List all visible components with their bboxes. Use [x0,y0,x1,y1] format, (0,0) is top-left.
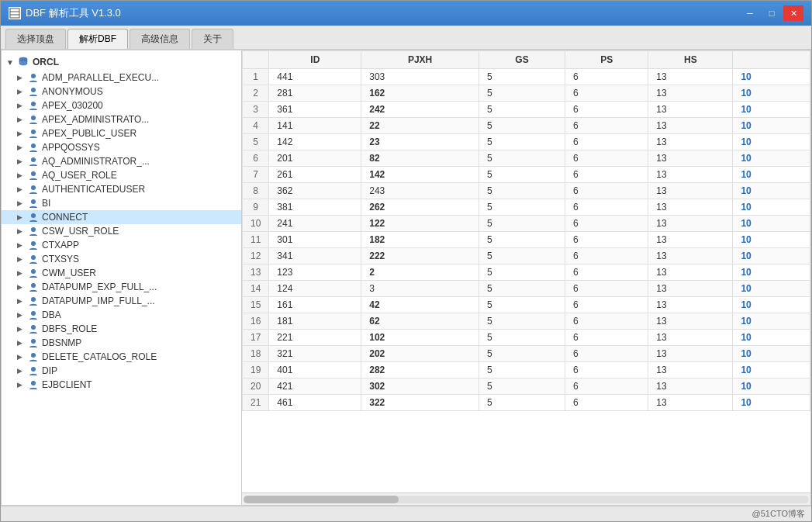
expand-arrow-icon[interactable]: ▶ [17,297,25,305]
tree-item[interactable]: ▶ DIP [2,364,241,378]
tree-item[interactable]: ▶ BI [2,196,241,210]
tree-item[interactable]: ▶ CSW_USR_ROLE [2,224,241,238]
svg-point-17 [31,255,36,260]
restore-button[interactable]: □ [762,5,782,21]
expand-arrow-icon[interactable]: ▶ [17,199,25,207]
tree-item[interactable]: ▶ CWM_USER [2,266,241,280]
expand-arrow-icon[interactable]: ▶ [17,74,25,81]
tree-item-label: EJBCLIENT [42,379,92,390]
svg-point-19 [31,283,36,288]
tree-items-container: ▶ ADM_PARALLEL_EXECU...▶ ANONYMOUS▶ APEX… [2,71,241,392]
expand-arrow-icon[interactable]: ▶ [17,157,25,165]
cell-gs: 5 [479,102,565,118]
cell-hs: 13 [648,85,733,102]
expand-arrow-icon[interactable]: ▶ [17,171,25,179]
expand-arrow-icon[interactable]: ▶ [17,102,25,109]
cell-extra: 10 [733,264,810,281]
table-row[interactable]: 11301182561310 [243,232,810,248]
tab-about[interactable]: 关于 [192,29,233,49]
tree-item[interactable]: ▶ DBSNMP [2,336,241,350]
tree-item[interactable]: ▶ AUTHENTICATEDUSER [2,182,241,196]
tree-item[interactable]: ▶ APEX_PUBLIC_USER [2,126,241,140]
svg-point-6 [31,102,36,106]
expand-arrow-icon[interactable]: ▶ [17,88,25,95]
table-row[interactable]: 2281162561310 [243,85,810,102]
expand-arrow-icon[interactable]: ▶ [17,255,25,263]
tree-item[interactable]: ▶ APPQOSSYS [2,140,241,154]
table-row[interactable]: 7261142561310 [243,167,810,183]
table-row[interactable]: 1618162561310 [243,313,810,330]
h-scrollbar-track[interactable] [244,496,809,503]
tree-area[interactable]: ▼ ORCL ▶ ADM_PARALLEL_EXECU...▶ ANO [2,50,241,505]
tree-item[interactable]: ▶ ADM_PARALLEL_EXECU... [2,71,241,85]
cell-extra: 10 [733,330,810,346]
close-button[interactable]: ✕ [783,5,803,21]
table-row[interactable]: 414122561310 [243,118,810,134]
tree-item[interactable]: ▶ DBFS_ROLE [2,322,241,336]
table-row[interactable]: 1441303561310 [243,69,810,85]
table-row[interactable]: 18321202561310 [243,346,810,362]
expand-arrow-icon[interactable]: ▶ [17,130,25,137]
tree-item[interactable]: ▶ APEX_ADMINISTRATO... [2,112,241,126]
tree-item[interactable]: ▶ ANONYMOUS [2,85,241,99]
table-row[interactable]: 12341222561310 [243,248,810,264]
cell-gs: 5 [479,167,565,183]
expand-arrow-icon[interactable]: ▶ [17,283,25,291]
expand-arrow-icon[interactable]: ▶ [17,367,25,375]
cell-extra: 10 [733,248,810,264]
table-row[interactable]: 17221102561310 [243,330,810,346]
table-row[interactable]: 141243561310 [243,281,810,297]
expand-arrow-icon[interactable]: ▶ [17,311,25,319]
table-row[interactable]: 19401282561310 [243,362,810,379]
cell-hs: 13 [648,330,733,346]
tab-parse-dbf[interactable]: 解析DBF [67,29,128,49]
data-table-wrapper[interactable]: ID PJXH GS PS HS 14413035613102281162561… [242,50,810,493]
table-row[interactable]: 21461322561310 [243,395,810,411]
tab-advanced-info[interactable]: 高级信息 [130,29,190,49]
cell-extra: 10 [733,167,810,183]
table-row[interactable]: 514223561310 [243,134,810,150]
h-scrollbar-thumb[interactable] [244,496,399,503]
expand-arrow-icon[interactable]: ▶ [17,143,25,151]
expand-arrow-icon[interactable]: ▶ [17,325,25,333]
minimize-button[interactable]: ─ [740,5,760,21]
table-row[interactable]: 9381262561310 [243,199,810,216]
expand-arrow-icon[interactable]: ▶ [17,185,25,193]
tree-item[interactable]: ▶ DATAPUMP_EXP_FULL_... [2,280,241,294]
expand-arrow-icon[interactable]: ▶ [17,116,25,123]
table-row[interactable]: 10241122561310 [243,216,810,232]
expand-arrow-icon[interactable]: ▶ [17,381,25,389]
h-scrollbar-area[interactable] [242,493,810,505]
expand-arrow-icon[interactable]: ▶ [17,269,25,277]
tree-root[interactable]: ▼ ORCL [2,54,241,71]
tree-item[interactable]: ▶ CTXAPP [2,238,241,252]
expand-arrow-icon[interactable]: ▶ [17,241,25,249]
collapse-icon[interactable]: ▼ [6,58,14,67]
user-icon [28,226,39,237]
tree-item[interactable]: ▶ APEX_030200 [2,99,241,112]
expand-arrow-icon[interactable]: ▶ [17,339,25,347]
user-icon [28,323,39,334]
table-row[interactable]: 1516142561310 [243,297,810,313]
tree-item[interactable]: ▶ DELETE_CATALOG_ROLE [2,350,241,364]
tree-item[interactable]: ▶ EJBCLIENT [2,378,241,392]
table-row[interactable]: 3361242561310 [243,102,810,118]
cell-pjxh: 142 [361,167,479,183]
table-row[interactable]: 131232561310 [243,264,810,281]
table-row[interactable]: 20421302561310 [243,379,810,395]
cell-extra: 10 [733,313,810,330]
tab-select-disk[interactable]: 选择顶盘 [5,29,66,49]
tree-item[interactable]: ▶ CTXSYS [2,252,241,266]
tree-item-label: DBSNMP [42,337,81,348]
expand-arrow-icon[interactable]: ▶ [17,227,25,235]
user-icon [28,100,39,111]
tree-item[interactable]: ▶ DATAPUMP_IMP_FULL_... [2,294,241,308]
expand-arrow-icon[interactable]: ▶ [17,353,25,361]
tree-item[interactable]: ▶ DBA [2,308,241,322]
tree-item[interactable]: ▶ AQ_ADMINISTRATOR_... [2,154,241,168]
tree-item[interactable]: ▶ CONNECT [2,210,241,224]
table-row[interactable]: 8362243561310 [243,183,810,199]
tree-item[interactable]: ▶ AQ_USER_ROLE [2,168,241,182]
table-row[interactable]: 620182561310 [243,150,810,167]
expand-arrow-icon[interactable]: ▶ [17,213,25,221]
